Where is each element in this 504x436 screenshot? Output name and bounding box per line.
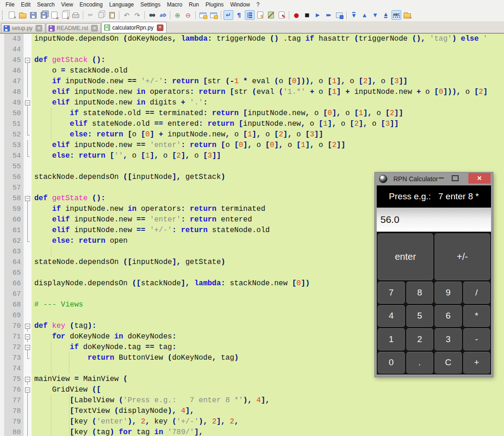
fold-all-icon[interactable]: ▼ [349, 10, 359, 20]
close-all-icon[interactable]: ✕ [60, 10, 70, 20]
code-text: elif stateNode.old == entered: return [i… [32, 119, 504, 129]
code-text: o = stackNode.old [32, 66, 504, 76]
save-icon[interactable] [28, 10, 38, 20]
fold-toggle[interactable] [24, 321, 32, 332]
cut-icon[interactable]: ✂ [86, 10, 95, 20]
bookmark-margin [0, 353, 4, 363]
code-text: inputNode.dependsOn (doKeyNodes, lambda:… [32, 34, 504, 44]
fold-toggle[interactable] [24, 193, 32, 204]
unfold-current-icon[interactable]: ▼ [370, 10, 380, 20]
calc-key-minus[interactable]: - [463, 328, 491, 350]
close-button[interactable]: ✕ [468, 173, 491, 184]
calc-key-clear[interactable]: C [435, 352, 462, 374]
folder-as-workspace-icon[interactable]: ∞ [402, 10, 412, 20]
macro-run-multiple-icon[interactable]: ▶▶ [324, 10, 333, 20]
open-file-icon[interactable] [18, 10, 27, 20]
save-all-icon[interactable] [39, 10, 49, 20]
print-icon[interactable] [71, 10, 81, 20]
calc-key-multiply[interactable]: * [463, 305, 491, 327]
menu-file[interactable]: File [2, 0, 18, 9]
fold-current-icon[interactable]: ▲ [360, 10, 369, 20]
line-number: 65 [4, 268, 24, 278]
tab-readme-rst[interactable]: README.rst✕ [46, 23, 101, 33]
show-all-characters-icon[interactable]: ¶ [234, 10, 244, 20]
tab-close-icon[interactable]: ✕ [36, 25, 42, 31]
spell-check-icon[interactable]: ABC [392, 10, 401, 20]
macro-save-icon[interactable] [334, 10, 344, 20]
unfold-all-icon[interactable]: ▲ [381, 10, 391, 20]
calc-key-plus[interactable]: + [463, 352, 491, 374]
close-icon[interactable]: ✕ [50, 10, 59, 20]
tab-close-icon[interactable]: ✕ [157, 25, 163, 31]
tab-close-icon[interactable]: ✕ [91, 25, 98, 31]
menu-search[interactable]: Search [34, 0, 58, 9]
line-number: 52 [4, 129, 24, 140]
line-number: 62 [4, 236, 24, 246]
indent-guide-line [51, 406, 51, 417]
menu-edit[interactable]: Edit [18, 0, 34, 9]
python-script-icon[interactable] [266, 10, 276, 20]
macro-record-icon[interactable]: ● [292, 10, 301, 20]
menu-view[interactable]: View [58, 0, 76, 9]
redo-icon[interactable]: ↷ [132, 10, 142, 20]
fold-toggle[interactable] [24, 374, 32, 385]
calc-key-enter[interactable]: enter [378, 233, 433, 280]
sync-horizontal-icon[interactable] [209, 10, 218, 20]
menu-[interactable]: ? [253, 0, 263, 9]
line-number: 59 [4, 204, 24, 215]
line-number: 74 [4, 363, 24, 374]
zoom-in-icon[interactable]: ⊕ [173, 10, 182, 20]
indent-guide-icon[interactable] [245, 10, 255, 20]
fold-margin [24, 215, 32, 225]
paste-icon[interactable] [107, 10, 117, 20]
fold-toggle[interactable] [24, 332, 32, 342]
sync-vertical-icon[interactable] [198, 10, 208, 20]
calc-key-4[interactable]: 4 [378, 305, 405, 327]
calc-key-8[interactable]: 8 [406, 282, 434, 304]
calc-key-6[interactable]: 6 [435, 305, 462, 327]
menu-settings[interactable]: Settings [137, 0, 163, 9]
word-wrap-icon[interactable]: ↵ [224, 10, 233, 20]
minimize-button[interactable] [439, 178, 444, 178]
calc-key-5[interactable]: 5 [406, 305, 434, 327]
calc-key-plusminus[interactable]: +/- [435, 233, 490, 280]
fold-toggle[interactable] [24, 342, 32, 353]
calc-key-7[interactable]: 7 [378, 282, 405, 304]
bookmark-margin [0, 427, 4, 436]
bookmark-margin [0, 161, 4, 172]
find-icon[interactable] [147, 10, 157, 20]
bookmark-margin [0, 108, 4, 119]
new-file-icon[interactable]: + [7, 10, 17, 20]
copy-icon[interactable] [96, 10, 106, 20]
fold-toggle[interactable] [24, 385, 32, 395]
zoom-out-icon[interactable]: ⊖ [183, 10, 193, 20]
calc-key-1[interactable]: 1 [378, 328, 405, 350]
calculator-titlebar[interactable]: RPN Calculator ✕ [375, 172, 493, 185]
undo-icon[interactable]: ↶ [122, 10, 131, 20]
tab-calculatorrpn-py[interactable]: calculatorRpn.py✕ [101, 22, 166, 33]
macro-play-icon[interactable]: ▶ [313, 10, 323, 20]
script-edit-icon[interactable]: ✎ [277, 10, 286, 20]
calc-key-dot[interactable]: . [406, 352, 434, 374]
calc-key-3[interactable]: 3 [435, 328, 462, 350]
fold-toggle[interactable] [24, 98, 32, 108]
toolbar-separator [83, 11, 83, 19]
user-defined-language-icon[interactable]: ↯ [255, 10, 265, 20]
line-number: 43 [4, 34, 24, 44]
menu-macro[interactable]: Macro [164, 0, 186, 9]
fold-toggle[interactable] [24, 55, 32, 66]
tab-setup-py[interactable]: setup.py✕ [1, 23, 45, 33]
menu-run[interactable]: Run [186, 0, 202, 9]
calc-key-9[interactable]: 9 [435, 282, 462, 304]
replace-icon[interactable]: ab [158, 10, 168, 20]
maximize-button[interactable] [452, 175, 459, 181]
menu-encoding[interactable]: Encoding [76, 0, 106, 9]
menu-plugins[interactable]: Plugins [202, 0, 227, 9]
calc-key-2[interactable]: 2 [406, 328, 434, 350]
menu-language[interactable]: Language [106, 0, 137, 9]
indent-guide-line [51, 108, 51, 119]
menu-window[interactable]: Window [227, 0, 253, 9]
calc-key-divide[interactable]: / [463, 282, 491, 304]
calc-key-0[interactable]: 0 [378, 352, 405, 374]
macro-stop-icon[interactable]: ■ [302, 10, 312, 20]
